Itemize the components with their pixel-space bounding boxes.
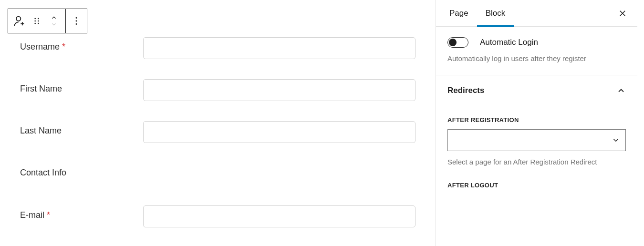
panel-header-redirects[interactable]: Redirects	[436, 75, 637, 106]
drag-icon	[32, 16, 42, 26]
label-contact-info: Contact Info	[20, 163, 143, 178]
tab-block[interactable]: Block	[477, 0, 514, 27]
svg-point-3	[34, 20, 36, 22]
drag-handle[interactable]	[28, 9, 45, 33]
svg-point-8	[76, 20, 77, 22]
after-registration-select[interactable]	[447, 129, 626, 151]
label-username: Username *	[20, 37, 143, 52]
label-text: Username	[20, 42, 60, 51]
last-name-input[interactable]	[143, 121, 415, 143]
label-text: E-mail	[20, 210, 44, 220]
auto-login-toggle[interactable]	[447, 37, 468, 48]
move-buttons[interactable]	[45, 9, 62, 33]
close-icon	[618, 9, 627, 18]
chevron-down-icon	[49, 21, 59, 28]
form-block[interactable]: Username * First Name Last Name Contact …	[8, 37, 428, 227]
form-row-email: E-mail *	[20, 205, 415, 227]
form-row-username: Username *	[20, 37, 415, 59]
setting-after-logout: After Logout	[447, 182, 626, 189]
after-registration-label: After Registration	[447, 116, 626, 123]
block-type-button[interactable]	[11, 9, 28, 33]
svg-point-2	[38, 18, 39, 20]
more-options-button[interactable]	[66, 9, 87, 33]
block-toolbar	[8, 9, 87, 33]
user-add-icon	[13, 14, 26, 28]
first-name-input[interactable]	[143, 79, 415, 101]
username-input[interactable]	[143, 37, 415, 59]
editor-canvas[interactable]: Username * First Name Last Name Contact …	[0, 0, 436, 246]
svg-point-7	[76, 17, 77, 19]
tab-page[interactable]: Page	[441, 0, 477, 27]
label-first-name: First Name	[20, 79, 143, 94]
svg-point-0	[16, 17, 21, 21]
form-row-first-name: First Name	[20, 79, 415, 101]
settings-sidebar: Page Block Automatic Login Automatically…	[436, 0, 637, 246]
chevron-up-icon	[616, 86, 626, 95]
required-mark: *	[47, 210, 50, 220]
close-sidebar-button[interactable]	[618, 9, 627, 18]
sidebar-tabs: Page Block	[436, 0, 637, 27]
after-logout-label: After Logout	[447, 182, 626, 189]
label-email: E-mail *	[20, 205, 143, 220]
svg-point-5	[34, 23, 36, 24]
after-registration-help: Select a page for an After Registration …	[447, 157, 626, 168]
svg-point-6	[38, 23, 39, 24]
panel-auto-login: Automatic Login Automatically log in use…	[436, 27, 637, 75]
required-mark: *	[62, 42, 65, 51]
label-last-name: Last Name	[20, 121, 143, 136]
redirects-title: Redirects	[447, 86, 484, 95]
form-row-contact-info: Contact Info	[20, 163, 415, 178]
auto-login-help: Automatically log in users after they re…	[447, 53, 626, 64]
dots-vertical-icon	[71, 16, 82, 26]
setting-after-registration: After Registration Select a page for an …	[447, 116, 626, 168]
chevron-up-icon	[49, 14, 59, 21]
auto-login-label: Automatic Login	[480, 38, 538, 47]
form-row-last-name: Last Name	[20, 121, 415, 143]
panel-redirects-body: After Registration Select a page for an …	[436, 106, 637, 214]
svg-point-1	[34, 18, 36, 20]
svg-point-4	[38, 20, 39, 22]
email-input[interactable]	[143, 205, 415, 227]
svg-point-9	[76, 23, 77, 25]
